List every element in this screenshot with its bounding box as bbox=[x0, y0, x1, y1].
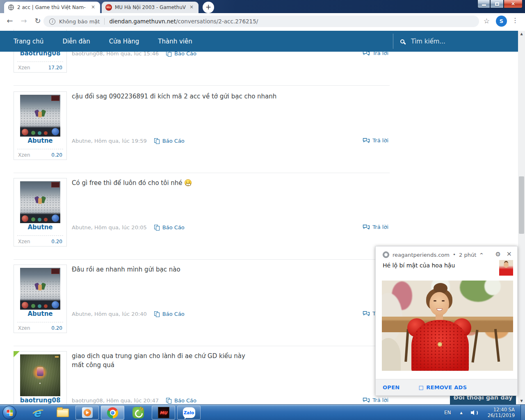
start-button[interactable] bbox=[2, 406, 16, 420]
language-indicator[interactable]: EN bbox=[444, 410, 451, 415]
author-name[interactable]: baotrung08 bbox=[14, 397, 66, 404]
reply-bubbles-icon bbox=[363, 311, 370, 317]
taskbar-mu-game[interactable]: MU bbox=[152, 406, 175, 420]
collapse-caret-icon[interactable]: ^ bbox=[479, 252, 483, 258]
report-icon bbox=[154, 225, 160, 231]
search-icon bbox=[400, 39, 404, 43]
xzen-value: 0.20 bbox=[51, 325, 62, 331]
address-bar[interactable]: i Không bảo mật diendan.gamethuvn.net /c… bbox=[43, 16, 479, 27]
post-message: Đâu rồi ae nhanh mình gửi bạc nào bbox=[72, 265, 381, 274]
author-card: Abutne Xzen 0.20 bbox=[14, 91, 67, 160]
windows-logo-icon bbox=[7, 409, 13, 416]
taskbar-chrome-active[interactable] bbox=[101, 406, 124, 420]
taskbar-media-player[interactable] bbox=[75, 406, 99, 420]
reply-bubbles-icon bbox=[363, 138, 370, 144]
minimize-button[interactable] bbox=[477, 0, 490, 8]
maximize-button[interactable] bbox=[490, 0, 504, 8]
page-scrollbar[interactable]: ▲ ▼ bbox=[518, 31, 525, 404]
site-navbar: Trang chủ Diễn đàn Cửa Hàng Thành viên T… bbox=[0, 31, 525, 52]
remove-ads-button[interactable]: □ REMOVE ADS bbox=[419, 384, 467, 390]
report-icon bbox=[154, 311, 160, 317]
ad-image[interactable] bbox=[382, 281, 513, 371]
zalo-icon: Zalo bbox=[183, 407, 195, 418]
notification-time: 2 phút bbox=[459, 252, 476, 258]
avatar[interactable] bbox=[20, 95, 60, 137]
bullet-separator: • bbox=[453, 252, 456, 258]
grin-emoji bbox=[185, 179, 192, 186]
forum-post: Abutne Xzen 0.20 Đâu rồi ae nhanh mình g… bbox=[0, 265, 390, 346]
author-name[interactable]: Abutne bbox=[14, 137, 66, 144]
report-icon bbox=[166, 398, 172, 404]
report-link[interactable]: Báo Cáo bbox=[166, 397, 196, 404]
open-button[interactable]: OPEN bbox=[383, 384, 400, 390]
chrome-icon bbox=[383, 251, 389, 258]
scroll-down-arrow[interactable]: ▼ bbox=[518, 398, 525, 404]
notification-close-icon[interactable]: × bbox=[507, 250, 512, 258]
nav-item-home[interactable]: Trang chủ bbox=[14, 38, 43, 45]
author-name[interactable]: Abutne bbox=[14, 310, 66, 317]
browser-menu-icon[interactable]: ⋮ bbox=[512, 16, 518, 24]
xzen-label: Xzen bbox=[18, 325, 30, 331]
nav-item-members[interactable]: Thành viên bbox=[158, 38, 192, 45]
box-glyph-icon: □ bbox=[419, 384, 424, 390]
close-button[interactable]: × bbox=[504, 0, 523, 8]
tab-close-icon[interactable]: × bbox=[188, 4, 195, 11]
reply-link[interactable]: Trả lời bbox=[363, 224, 388, 230]
divider bbox=[17, 149, 63, 149]
chrome-logo-icon bbox=[107, 407, 118, 418]
scroll-thumb[interactable] bbox=[519, 176, 524, 234]
post-timestamp: baotrung08, Hôm qua, lúc 20:47 bbox=[72, 397, 159, 404]
show-desktop-button[interactable] bbox=[520, 405, 525, 420]
xzen-row: Xzen 0.20 bbox=[18, 239, 62, 244]
info-icon[interactable]: i bbox=[49, 18, 55, 25]
author-name[interactable]: Abutne bbox=[14, 224, 66, 231]
reload-button[interactable]: ↻ bbox=[33, 16, 43, 25]
ad-background-person bbox=[382, 338, 401, 371]
post-message: giao dịch qua trung gian cho lành đi ae … bbox=[72, 352, 381, 370]
volume-icon[interactable] bbox=[471, 410, 478, 415]
xzen-row: Xzen 0.20 bbox=[18, 325, 62, 331]
reply-link[interactable]: Trả lời bbox=[363, 397, 388, 403]
avatar[interactable] bbox=[20, 181, 60, 223]
reply-link[interactable]: Trả lời bbox=[363, 137, 388, 144]
report-link[interactable]: Báo Cáo bbox=[154, 224, 185, 231]
report-icon bbox=[154, 138, 160, 144]
mu-favicon: MU bbox=[105, 4, 112, 11]
divider bbox=[17, 62, 63, 62]
taskbar-clock[interactable]: 12:40 SA26/11/2019 bbox=[488, 407, 515, 418]
back-button[interactable]: ← bbox=[5, 16, 15, 25]
xzen-value: 17.20 bbox=[48, 65, 62, 71]
search-box[interactable]: Tìm kiếm... bbox=[393, 34, 518, 49]
forward-button[interactable]: → bbox=[19, 16, 29, 25]
nav-item-store[interactable]: Cửa Hàng bbox=[109, 38, 139, 45]
tab-background[interactable]: MU MU Hà Nội 2003 - GamethuVN.n × bbox=[102, 2, 199, 13]
avatar[interactable] bbox=[20, 268, 60, 310]
report-link[interactable]: Báo Cáo bbox=[154, 138, 185, 144]
browser-toolbar: ← → ↻ i Không bảo mật diendan.gamethuvn.… bbox=[0, 13, 525, 30]
xzen-value: 0.20 bbox=[51, 152, 62, 158]
profile-avatar[interactable]: S bbox=[496, 16, 507, 27]
notification-title: Hé lộ bí mật của hoa hậu bbox=[383, 262, 455, 269]
globe-favicon bbox=[8, 4, 14, 11]
tab-current[interactable]: 2 acc | Game thủ Việt Nam- MU H × bbox=[4, 2, 100, 13]
search-placeholder: Tìm kiếm... bbox=[411, 38, 445, 45]
post-timestamp: Abutne, Hôm qua, lúc 20:05 bbox=[72, 224, 147, 231]
forum-post: Abutne Xzen 0.20 cậu đổi sag 0902236891 … bbox=[0, 91, 390, 173]
taskbar-ie[interactable]: e bbox=[25, 406, 49, 420]
url-path: /conversations/2-acc.276215/ bbox=[176, 18, 258, 25]
window-titlebar: 2 acc | Game thủ Việt Nam- MU H × MU MU … bbox=[0, 0, 525, 13]
tray-expand-icon[interactable]: ▲ bbox=[460, 411, 463, 415]
xzen-value: 0.20 bbox=[51, 239, 62, 244]
taskbar-explorer[interactable] bbox=[51, 406, 74, 420]
scroll-up-arrow[interactable]: ▲ bbox=[518, 31, 525, 37]
tab-close-icon[interactable]: × bbox=[90, 4, 96, 11]
avatar[interactable] bbox=[20, 354, 60, 396]
nav-item-forums[interactable]: Diễn đàn bbox=[62, 38, 90, 45]
new-tab-button[interactable]: + bbox=[203, 2, 214, 13]
internet-explorer-icon: e bbox=[33, 406, 41, 419]
notification-settings-icon[interactable]: ⚙ bbox=[495, 251, 501, 258]
taskbar-coccoc[interactable] bbox=[126, 406, 150, 420]
bookmark-star-icon[interactable]: ☆ bbox=[484, 17, 490, 25]
report-link[interactable]: Báo Cáo bbox=[154, 311, 185, 317]
taskbar-zalo[interactable]: Zalo bbox=[177, 406, 201, 420]
